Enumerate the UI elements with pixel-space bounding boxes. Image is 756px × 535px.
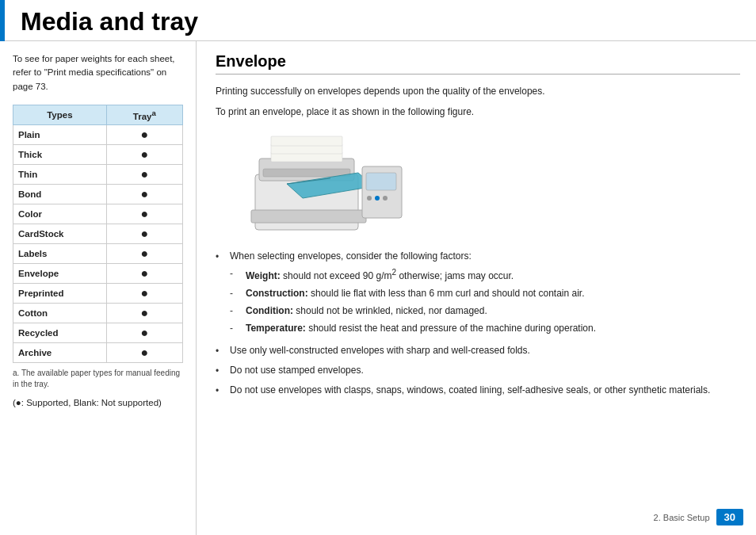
printer-svg — [239, 127, 414, 238]
section-intro-2: To print an envelope, place it as shown … — [216, 105, 740, 119]
envelope-bullet-list: •When selecting envelopes, consider the … — [216, 249, 740, 398]
section-title: Envelope — [216, 52, 740, 75]
sub-rest-text: should not exceed 90 g/m2 otherwise; jam… — [281, 270, 514, 281]
sub-list-item: -Condition: should not be wrinkled, nick… — [230, 304, 596, 318]
right-column: Envelope Printing successfully on envelo… — [197, 41, 756, 535]
printer-illustration — [239, 127, 414, 238]
table-row: Envelope● — [13, 263, 183, 283]
bullet-cell: ● — [106, 283, 182, 303]
type-cell: Color — [13, 204, 107, 224]
bullet-dot: • — [216, 384, 227, 398]
bullet-content: Do not use envelopes with clasps, snaps,… — [230, 383, 710, 397]
bullet-item: •Use only well-constructed envelopes wit… — [216, 343, 740, 358]
bullet-content: Do not use stamped envelopes. — [230, 363, 364, 377]
sub-dash: - — [230, 286, 242, 300]
bullet-cell: ● — [106, 243, 182, 263]
sub-dash: - — [230, 321, 242, 335]
bullet-text: Use only well-constructed envelopes with… — [230, 345, 530, 356]
section-intro-1: Printing successfully on envelopes depen… — [216, 84, 740, 98]
sub-text: Construction: should lie flat with less … — [246, 286, 585, 300]
type-cell: Thick — [13, 144, 107, 164]
bullet-text: Do not use stamped envelopes. — [230, 365, 364, 376]
bullet-cell: ● — [106, 184, 182, 204]
bold-term: Temperature: — [246, 323, 306, 334]
sub-rest-text: should lie flat with less than 6 mm curl… — [308, 288, 585, 299]
main-content: To see for paper weights for each sheet,… — [0, 41, 756, 535]
type-cell: Cotton — [13, 303, 107, 323]
sub-list: -Weight: should not exceed 90 g/m2 other… — [230, 266, 596, 335]
table-row: Labels● — [13, 243, 183, 263]
bullet-text: Do not use envelopes with clasps, snaps,… — [230, 384, 710, 396]
type-cell: Preprinted — [13, 283, 107, 303]
bullet-cell: ● — [106, 164, 182, 184]
table-row: Plain● — [13, 124, 183, 144]
svg-point-9 — [375, 196, 380, 201]
bullet-cell: ● — [106, 204, 182, 224]
sub-text: Condition: should not be wrinkled, nicke… — [246, 304, 487, 318]
table-row: Archive● — [13, 342, 183, 362]
table-row: Bond● — [13, 184, 183, 204]
svg-rect-3 — [251, 210, 366, 223]
bullet-cell: ● — [106, 303, 182, 323]
bullet-cell: ● — [106, 342, 182, 362]
table-row: Thick● — [13, 144, 183, 164]
bullet-item: •Do not use envelopes with clasps, snaps… — [216, 383, 740, 398]
sub-rest-text: should resist the heat and pressure of t… — [306, 323, 596, 334]
col-header-types: Types — [13, 105, 107, 124]
sub-text: Weight: should not exceed 90 g/m2 otherw… — [246, 266, 514, 283]
bullet-content: When selecting envelopes, consider the f… — [230, 249, 596, 338]
type-cell: CardStock — [13, 224, 107, 243]
paper-table: Types Traya Plain●Thick●Thin●Bond●Color●… — [13, 105, 183, 363]
svg-rect-7 — [366, 173, 396, 190]
svg-point-10 — [383, 196, 388, 201]
table-row: Thin● — [13, 164, 183, 184]
bullet-cell: ● — [106, 144, 182, 164]
bullet-item: •When selecting envelopes, consider the … — [216, 249, 740, 338]
sub-dash: - — [230, 266, 242, 281]
bullet-cell: ● — [106, 124, 182, 144]
page-container: Media and tray To see for paper weights … — [0, 0, 756, 535]
bullet-cell: ● — [106, 323, 182, 342]
bullet-item: •Do not use stamped envelopes. — [216, 363, 740, 378]
table-row: Preprinted● — [13, 283, 183, 303]
bullet-text: When selecting envelopes, consider the f… — [230, 250, 472, 262]
blue-accent-bar — [0, 0, 5, 41]
bold-term: Construction: — [246, 288, 308, 299]
table-row: Color● — [13, 204, 183, 224]
table-row: CardStock● — [13, 224, 183, 243]
type-cell: Archive — [13, 342, 107, 362]
svg-rect-2 — [263, 169, 350, 177]
sub-list-item: -Weight: should not exceed 90 g/m2 other… — [230, 266, 596, 283]
page-title: Media and tray — [21, 8, 740, 36]
col-header-tray: Traya — [106, 105, 182, 124]
sub-list-item: -Construction: should lie flat with less… — [230, 286, 596, 300]
bold-term: Condition: — [246, 305, 293, 316]
bullet-cell: ● — [106, 263, 182, 283]
bullet-content: Use only well-constructed envelopes with… — [230, 343, 530, 357]
bullet-dot: • — [216, 344, 227, 358]
sub-dash: - — [230, 304, 242, 318]
type-cell: Envelope — [13, 263, 107, 283]
type-cell: Recycled — [13, 323, 107, 342]
intro-text: To see for paper weights for each sheet,… — [13, 52, 183, 94]
legend-text: (●: Supported, Blank: Not supported) — [13, 398, 183, 407]
type-cell: Bond — [13, 184, 107, 204]
table-footnote: a. The available paper types for manual … — [13, 368, 183, 390]
sub-rest-text: should not be wrinkled, nicked, nor dama… — [293, 305, 487, 316]
sub-list-item: -Temperature: should resist the heat and… — [230, 321, 596, 335]
left-column: To see for paper weights for each sheet,… — [0, 41, 197, 535]
bullet-cell: ● — [106, 224, 182, 243]
page-header: Media and tray — [0, 0, 756, 41]
table-row: Recycled● — [13, 323, 183, 342]
tray-sup: a — [152, 109, 156, 117]
footer-label: 2. Basic Setup — [654, 513, 710, 522]
svg-point-8 — [367, 196, 372, 201]
page-footer: 2. Basic Setup 30 — [654, 509, 743, 525]
bold-term: Weight: — [246, 270, 281, 281]
bullet-dot: • — [216, 250, 227, 264]
bullet-dot: • — [216, 364, 227, 378]
table-row: Cotton● — [13, 303, 183, 323]
svg-rect-13 — [271, 136, 342, 146]
sub-text: Temperature: should resist the heat and … — [246, 321, 596, 335]
type-cell: Plain — [13, 124, 107, 144]
